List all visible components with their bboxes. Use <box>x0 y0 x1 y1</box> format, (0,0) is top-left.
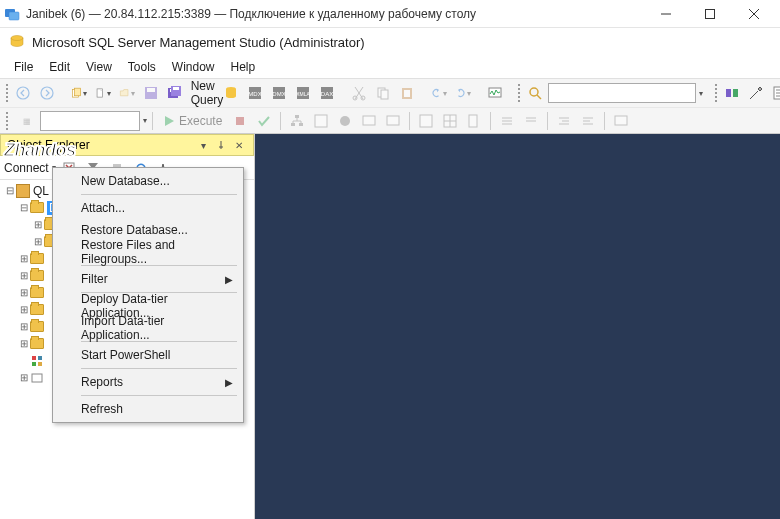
close-panel-button[interactable]: ✕ <box>231 137 247 153</box>
cm-filter[interactable]: Filter▶ <box>55 268 241 290</box>
expand-icon[interactable]: ⊞ <box>32 219 44 230</box>
svg-point-31 <box>353 96 357 100</box>
collapse-icon[interactable]: ⊟ <box>18 202 30 213</box>
dax-query-button[interactable]: DAX <box>316 82 338 104</box>
expand-icon[interactable]: ⊞ <box>18 372 30 383</box>
results-text-button <box>415 110 437 132</box>
object-explorer-header[interactable]: Object Explorer ▾ ✕ <box>0 134 254 156</box>
expand-icon[interactable]: ⊞ <box>18 253 30 264</box>
execute-button: Execute <box>158 110 227 132</box>
folder-icon <box>30 287 44 298</box>
menu-tools[interactable]: Tools <box>120 58 164 76</box>
cm-label: Import Data-tier Application... <box>81 314 233 342</box>
comment-button <box>496 110 518 132</box>
collapse-icon[interactable]: ⊟ <box>4 185 16 196</box>
results-grid-button <box>439 110 461 132</box>
folder-icon <box>30 338 44 349</box>
open-file-button[interactable]: ▾ <box>116 82 138 104</box>
expand-icon[interactable]: ⊞ <box>32 236 44 247</box>
activity-monitor-button[interactable] <box>484 82 506 104</box>
pin-icon[interactable] <box>213 137 229 153</box>
xmla-query-button[interactable]: XMLA <box>292 82 314 104</box>
search-input[interactable] <box>548 83 696 103</box>
cm-label: Attach... <box>81 201 125 215</box>
client-stats-button <box>382 110 404 132</box>
mdx-query-button[interactable]: MDX <box>244 82 266 104</box>
svg-rect-51 <box>291 123 295 126</box>
live-stats-button <box>358 110 380 132</box>
save-all-button[interactable] <box>164 82 186 104</box>
database-combo-dropdown: ▾ <box>143 116 147 125</box>
ssms-icon <box>8 33 26 51</box>
cm-import-datatier[interactable]: Import Data-tier Application... <box>55 317 241 339</box>
rdp-titlebar: Janibek (6) — 20.84.112.215:3389 — Подкл… <box>0 0 780 28</box>
menubar: File Edit View Tools Window Help <box>0 56 780 78</box>
svg-rect-74 <box>32 374 42 382</box>
svg-rect-52 <box>299 123 303 126</box>
svg-point-54 <box>340 116 350 126</box>
new-file-button[interactable]: ▾ <box>92 82 114 104</box>
toolbar-grip[interactable] <box>6 112 12 130</box>
menu-view[interactable]: View <box>78 58 120 76</box>
toolbar-grip[interactable] <box>715 84 717 102</box>
new-query-button[interactable]: New Query <box>196 82 218 104</box>
ssms-title: Microsoft SQL Server Management Studio (… <box>32 35 365 50</box>
menu-edit[interactable]: Edit <box>41 58 78 76</box>
registered-servers-button[interactable] <box>721 82 743 104</box>
expand-icon[interactable]: ⊞ <box>18 321 30 332</box>
toolbar-row-1: ▾ ▾ ▾ New Query MDX DMX XMLA DAX ▾ ▾ ▾ <box>0 79 780 107</box>
expand-icon[interactable]: ⊞ <box>18 287 30 298</box>
search-dropdown[interactable]: ▾ <box>699 89 703 98</box>
database-engine-query-button[interactable] <box>220 82 242 104</box>
expand-icon[interactable]: ⊞ <box>18 304 30 315</box>
database-combo <box>40 111 140 131</box>
svg-point-8 <box>17 87 29 99</box>
cm-label: Restore Files and Filegroups... <box>81 238 233 266</box>
menu-file[interactable]: File <box>6 58 41 76</box>
context-menu: New Database... Attach... Restore Databa… <box>52 167 244 423</box>
svg-rect-70 <box>32 356 36 360</box>
svg-text:▦: ▦ <box>23 117 31 126</box>
svg-text:DAX: DAX <box>321 91 333 97</box>
svg-rect-56 <box>387 116 399 125</box>
cm-refresh[interactable]: Refresh <box>55 398 241 420</box>
toolbar-row-2: ▦ ▾ Execute <box>0 107 780 133</box>
close-button[interactable] <box>732 0 776 28</box>
execute-label: Execute <box>177 114 224 128</box>
new-project-button[interactable]: ▾ <box>68 82 90 104</box>
cm-reports[interactable]: Reports▶ <box>55 371 241 393</box>
cm-new-database[interactable]: New Database... <box>55 170 241 192</box>
xevent-icon <box>30 371 44 385</box>
panel-position-button[interactable]: ▾ <box>195 137 211 153</box>
submenu-arrow-icon: ▶ <box>225 274 233 285</box>
expand-icon[interactable]: ⊞ <box>18 338 30 349</box>
svg-rect-41 <box>733 89 738 97</box>
submenu-arrow-icon: ▶ <box>225 377 233 388</box>
specify-values-button <box>610 110 632 132</box>
menu-help[interactable]: Help <box>223 58 264 76</box>
maximize-button[interactable] <box>688 0 732 28</box>
toolbar-grip[interactable] <box>518 84 520 102</box>
menu-window[interactable]: Window <box>164 58 223 76</box>
toolbar-separator <box>152 112 153 130</box>
properties-button[interactable] <box>745 82 767 104</box>
folder-icon <box>30 321 44 332</box>
dmx-query-button[interactable]: DMX <box>268 82 290 104</box>
toolbar-area: ▾ ▾ ▾ New Query MDX DMX XMLA DAX ▾ ▾ ▾ <box>0 78 780 134</box>
cm-restore-files[interactable]: Restore Files and Filegroups... <box>55 241 241 263</box>
template-browser-button[interactable] <box>769 82 780 104</box>
cm-start-powershell[interactable]: Start PowerShell <box>55 344 241 366</box>
folder-icon <box>30 253 44 264</box>
minimize-button[interactable] <box>644 0 688 28</box>
connect-button[interactable]: Connect <box>4 161 49 175</box>
expand-icon[interactable]: ⊞ <box>18 270 30 281</box>
toolbar-grip[interactable] <box>6 84 8 102</box>
svg-text:DMX: DMX <box>272 91 285 97</box>
svg-text:XMLA: XMLA <box>296 91 310 97</box>
display-plan-button <box>286 110 308 132</box>
find-button[interactable] <box>524 82 546 104</box>
nav-forward-button <box>36 82 58 104</box>
svg-rect-57 <box>420 115 432 127</box>
cm-label: Start PowerShell <box>81 348 170 362</box>
cm-attach[interactable]: Attach... <box>55 197 241 219</box>
